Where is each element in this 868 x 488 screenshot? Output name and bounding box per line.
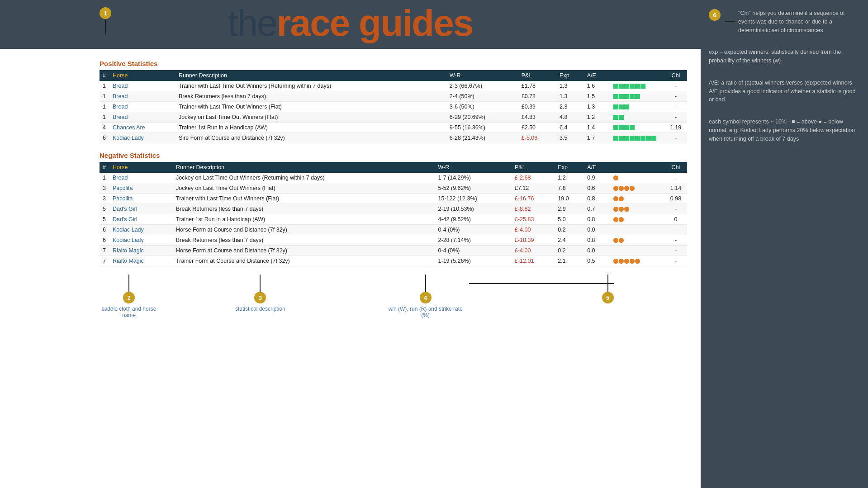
cell-horse: Bread [109,91,175,102]
table-row: 1 Bread Break Returners (less than 7 day… [100,91,687,102]
cell-desc: Horse Form at Course and Distance (7f 32… [173,225,435,235]
cell-exp: 7.8 [555,183,584,194]
col-header-pl2: P&L [512,162,555,173]
cell-ae: 1.6 [584,81,610,91]
cell-desc: Sire Form at Course and Distance (7f 32y… [175,133,446,143]
cell-symbols [610,235,664,246]
cell-horse: Bread [109,102,175,112]
table-row: 7 Rialto Magic Trainer Form at Course an… [100,256,687,266]
table-row: 6 Kodiac Lady Sire Form at Course and Di… [100,133,687,143]
cell-num: 1 [100,91,109,102]
cell-desc: Jockey on Last Time Out Winners (Returni… [173,173,435,183]
col-header-pl: P&L [518,70,556,81]
cell-chi: - [664,91,687,102]
cell-horse: Kodiac Lady [109,225,173,235]
cell-desc: Trainer with Last Time Out Winners (Flat… [175,102,446,112]
cell-desc: Trainer with Last Time Out Winners (Retu… [175,81,446,91]
cell-num: 7 [100,256,109,266]
annotation-label-2: saddle cloth and horse name [100,306,158,318]
cell-wr: 15-122 (12.3%) [435,194,512,204]
cell-num: 1 [100,102,109,112]
cell-exp: 2.9 [555,204,584,214]
annotation-label-4: win (W), run (R) and strike rate (%) [385,306,466,318]
cell-desc: Trainer 1st Run in a Handicap (AW) [173,214,435,225]
cell-exp: 5.0 [555,214,584,225]
cell-num: 1 [100,173,109,183]
col-header-ae2: A/E [584,162,610,173]
cell-horse: Pacolita [109,183,173,194]
cell-chi: - [664,246,687,256]
cell-exp: 2.3 [556,102,584,112]
cell-num: 6 [100,133,109,143]
cell-horse: Chances Are [109,123,175,133]
cell-pl: £-8.82 [512,204,555,214]
cell-wr: 6-29 (20.69%) [446,112,518,123]
cell-symbols [610,123,664,133]
cell-symbols [610,204,664,214]
col-header-num: # [100,70,109,81]
cell-symbols [610,183,664,194]
cell-num: 7 [100,246,109,256]
cell-pl: £-4.00 [512,225,555,235]
cell-exp: 1.2 [555,173,584,183]
cell-chi: 0.98 [664,194,687,204]
annotation-badge-3: 3 [254,292,266,303]
cell-num: 3 [100,194,109,204]
cell-exp: 2.4 [555,235,584,246]
positive-statistics-table: # Horse Runner Description W-R P&L Exp A… [100,70,687,143]
annotation-badge-5: 5 [602,292,614,303]
cell-exp: 19.0 [555,194,584,204]
cell-exp: 0.2 [555,225,584,235]
cell-horse: Kodiac Lady [109,133,175,143]
col-header-symbols [610,70,664,81]
col-header-num2: # [100,162,109,173]
annotation-badge-4: 4 [420,292,432,303]
negative-statistics-table: # Horse Runner Description W-R P&L Exp A… [100,162,687,266]
cell-pl: £1.78 [518,81,556,91]
cell-symbols [610,256,664,266]
cell-ae: 0.9 [584,173,610,183]
table-row: 7 Rialto Magic Horse Form at Course and … [100,246,687,256]
cell-horse: Rialto Magic [109,256,173,266]
ae-explanation: A/E: a ratio of (a)ctual winners verses … [709,79,860,104]
cell-exp: 4.8 [556,112,584,123]
table-row: 1 Bread Trainer with Last Time Out Winne… [100,81,687,91]
cell-chi: - [664,102,687,112]
cell-exp: 1.3 [556,91,584,102]
col-header-horse: Horse [109,70,175,81]
cell-horse: Pacolita [109,194,173,204]
col-header-wr2: W-R [435,162,512,173]
col-header-desc2: Runner Description [173,162,435,173]
cell-num: 6 [100,225,109,235]
cell-horse: Bread [109,81,175,91]
cell-horse: Bread [109,173,173,183]
cell-pl: £-2.68 [512,173,555,183]
cell-wr: 2-3 (66.67%) [446,81,518,91]
col-header-horse2: Horse [109,162,173,173]
cell-pl: £0.78 [518,91,556,102]
negative-section-title: Negative Statistics [100,152,687,159]
cell-symbols [610,112,664,123]
cell-chi: 1.19 [664,123,687,133]
table-row: 6 Kodiac Lady Horse Form at Course and D… [100,225,687,235]
cell-wr: 2-28 (7.14%) [435,235,512,246]
chi-annotation: 6 "Chi" helps you determine if a sequenc… [709,9,860,34]
cell-pl: £-25.83 [512,214,555,225]
table-row: 5 Dad's Girl Break Returners (less than … [100,204,687,214]
cell-ae: 1.2 [584,112,610,123]
cell-wr: 1-7 (14.29%) [435,173,512,183]
cell-ae: 0.8 [584,214,610,225]
exp-explanation: exp – expected winners: statistically de… [709,48,860,65]
table-row: 6 Kodiac Lady Break Returners (less than… [100,235,687,246]
cell-ae: 1.5 [584,91,610,102]
cell-exp: 6.4 [556,123,584,133]
positive-section-title: Positive Statistics [100,60,687,67]
cell-desc: Trainer with Last Time Out Winners (Flat… [173,194,435,204]
cell-chi: - [664,112,687,123]
cell-symbols [610,173,664,183]
table-row: 3 Pacolita Jockey on Last Time Out Winne… [100,183,687,194]
col-header-chi2: Chi [664,162,687,173]
cell-wr: 6-28 (21.43%) [446,133,518,143]
cell-wr: 2-19 (10.53%) [435,204,512,214]
cell-pl: £-18.39 [512,235,555,246]
